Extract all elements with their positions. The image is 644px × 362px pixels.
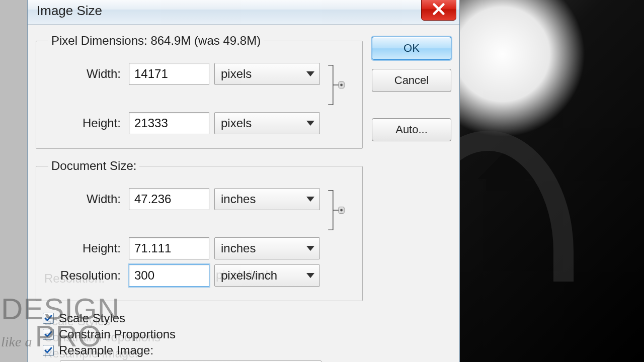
document-size-group: Document Size: Width: inches	[36, 159, 363, 301]
resample-label: Resample Image:	[59, 343, 153, 357]
lamp-silhouette	[478, 151, 533, 191]
scale-styles-row: Scale Styles	[43, 311, 363, 325]
auto-button-label: Auto...	[395, 123, 428, 136]
ds-resolution-unit-dropdown[interactable]: pixels/inch	[214, 264, 320, 287]
svg-point-1	[340, 84, 343, 86]
chevron-down-icon	[306, 246, 314, 251]
ok-button-label: OK	[404, 42, 420, 55]
ds-width-input[interactable]	[129, 188, 209, 210]
pd-width-label: Width:	[43, 67, 124, 81]
ds-resolution-unit-value: pixels/inch	[221, 268, 277, 283]
constrain-checkbox[interactable]	[43, 329, 54, 340]
ds-height-label: Height:	[43, 241, 124, 255]
close-button[interactable]	[421, 0, 456, 21]
ds-width-unit-dropdown[interactable]: inches	[214, 188, 320, 210]
dialog-body: Pixel Dimensions: 864.9M (was 49.8M) Wid…	[28, 25, 459, 362]
dialog-left-column: Pixel Dimensions: 864.9M (was 49.8M) Wid…	[36, 34, 363, 362]
link-icon[interactable]	[325, 188, 355, 232]
options-checkboxes: Scale Styles Constrain Proportions Resam…	[36, 311, 363, 362]
pd-width-input[interactable]	[129, 63, 209, 85]
ds-height-input[interactable]	[129, 237, 209, 259]
pixel-dimensions-group: Pixel Dimensions: 864.9M (was 49.8M) Wid…	[36, 34, 363, 149]
scale-styles-checkbox[interactable]	[43, 313, 54, 324]
resample-checkbox[interactable]	[43, 345, 54, 356]
pd-height-unit-value: pixels	[221, 116, 252, 130]
close-icon	[432, 2, 446, 16]
check-icon	[44, 330, 52, 338]
pd-height-label: Height:	[43, 116, 124, 130]
pd-height-unit-dropdown[interactable]: pixels	[214, 112, 320, 134]
dialog-right-column: OK Cancel Auto...	[372, 34, 451, 362]
ds-resolution-input[interactable]	[129, 264, 209, 287]
resample-row: Resample Image:	[43, 343, 363, 357]
pd-width-unit-dropdown[interactable]: pixels	[214, 63, 320, 85]
image-size-dialog: Image Size Pixel Dimensions: 864.9M (was…	[27, 0, 460, 362]
cancel-button[interactable]: Cancel	[372, 69, 451, 92]
pd-height-input[interactable]	[129, 112, 209, 134]
chevron-down-icon	[306, 71, 314, 76]
ds-width-label: Width:	[43, 192, 124, 206]
auto-button[interactable]: Auto...	[372, 118, 451, 141]
document-size-legend: Document Size:	[48, 159, 139, 173]
ok-button[interactable]: OK	[372, 37, 451, 60]
ds-height-unit-dropdown[interactable]: inches	[214, 237, 320, 259]
canvas-edge	[0, 0, 27, 362]
ds-height-unit-value: inches	[221, 241, 256, 255]
svg-point-3	[340, 209, 343, 212]
constrain-label: Constrain Proportions	[59, 327, 176, 341]
titlebar[interactable]: Image Size	[28, 0, 459, 25]
dialog-title: Image Size	[37, 3, 102, 19]
chevron-down-icon	[306, 197, 314, 202]
ds-resolution-label: Resolution:	[43, 268, 124, 283]
ds-width-unit-value: inches	[221, 192, 256, 206]
chevron-down-icon	[306, 273, 314, 278]
link-icon[interactable]	[325, 63, 355, 107]
cancel-button-label: Cancel	[394, 74, 429, 87]
scale-styles-label: Scale Styles	[59, 311, 125, 325]
check-icon	[44, 314, 52, 322]
chevron-down-icon	[306, 121, 314, 126]
constrain-row: Constrain Proportions	[43, 327, 363, 341]
check-icon	[44, 346, 52, 354]
pixel-dimensions-legend: Pixel Dimensions: 864.9M (was 49.8M)	[48, 34, 264, 48]
pd-width-unit-value: pixels	[221, 67, 252, 81]
